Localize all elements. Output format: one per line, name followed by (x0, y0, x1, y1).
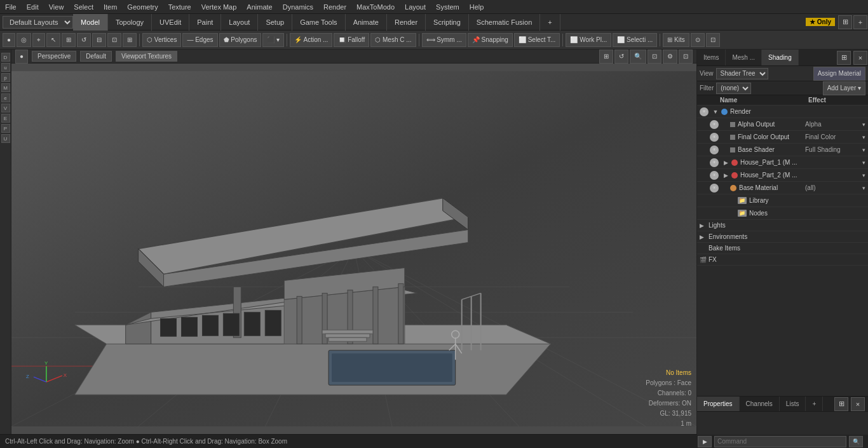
arrow-house1[interactable]: ▶ (721, 158, 730, 167)
sidebar-btn-6[interactable]: V (1, 104, 10, 112)
sidebar-btn-9[interactable]: U (1, 134, 10, 143)
tab-layout[interactable]: Layout (221, 14, 258, 31)
tab-scripting[interactable]: Scripting (426, 14, 469, 31)
tree-row-final-color[interactable]: 👁 Final Color Output Final Color ▾ (697, 131, 868, 144)
arrow-render[interactable]: ▼ (711, 107, 720, 116)
menu-help[interactable]: Help (465, 2, 489, 12)
bp-settings-btn[interactable]: × (851, 397, 865, 411)
eye-alpha-output[interactable]: 👁 (710, 120, 719, 129)
eye-base-material[interactable]: 👁 (710, 184, 719, 193)
tree-row-lights[interactable]: ▶ Lights (697, 220, 868, 231)
tool-poly-mode[interactable]: ⬛ ▾ (262, 33, 284, 47)
eye-house1[interactable]: 👁 (710, 158, 719, 167)
eye-final-color[interactable]: 👁 (710, 133, 719, 142)
tool-lasso[interactable]: ⌖ (32, 33, 45, 47)
tree-row-render[interactable]: 👁 ▼ Render (697, 105, 868, 118)
menu-system[interactable]: System (431, 2, 465, 12)
tab-paint[interactable]: Paint (189, 14, 221, 31)
tab-model[interactable]: Model (73, 14, 108, 31)
menu-item[interactable]: Item (98, 2, 122, 12)
vp-fit-btn[interactable]: ⊞ (599, 50, 613, 64)
vp-viewport-textures[interactable]: Viewport Textures (116, 51, 177, 62)
tree-row-nodes[interactable]: 📁 Nodes (697, 207, 868, 220)
tree-row-fx[interactable]: 🎬 FX (697, 254, 868, 266)
menu-geometry[interactable]: Geometry (122, 2, 163, 12)
menu-animate[interactable]: Animate (241, 2, 277, 12)
vp-settings-btn[interactable]: ⚙ (663, 50, 677, 64)
tool-snap-icon[interactable]: ⊙ (691, 33, 705, 47)
eye-base-shader[interactable]: 👁 (710, 146, 719, 154)
tree-row-library[interactable]: 📁 Library (697, 194, 868, 207)
sidebar-btn-1[interactable]: D (1, 53, 10, 62)
menu-dynamics[interactable]: Dynamics (278, 2, 318, 12)
layout-plus-btn[interactable]: + (853, 15, 867, 29)
vp-expand-btn[interactable]: ⊡ (679, 50, 693, 64)
arrow-house2[interactable]: ▶ (721, 171, 730, 180)
vp-zoom-btn[interactable]: 🔍 (630, 50, 646, 64)
effect-dropdown-house2[interactable]: ▾ (862, 172, 865, 179)
command-arrow-btn[interactable]: ▶ (698, 436, 712, 447)
sidebar-btn-5[interactable]: e (1, 93, 10, 102)
vp-default[interactable]: Default (80, 51, 112, 62)
rp-view-select[interactable]: Shader Tree (716, 68, 768, 79)
sidebar-btn-3[interactable]: p (1, 73, 10, 82)
tool-rotate[interactable]: ↺ (77, 33, 91, 47)
tab-setup[interactable]: Setup (258, 14, 292, 31)
tab-uvedit[interactable]: UVEdit (152, 14, 189, 31)
tool-fullscreen[interactable]: ⊡ (706, 33, 720, 47)
vp-perspective[interactable]: Perspective (32, 51, 76, 62)
tab-topology[interactable]: Topology (108, 14, 152, 31)
eye-render[interactable]: 👁 (700, 107, 709, 116)
rp-tab-mesh[interactable]: Mesh ... (726, 50, 762, 65)
menu-maxtomode[interactable]: MaxToModo (351, 2, 400, 12)
tab-add[interactable]: + (540, 14, 560, 31)
tool-sym[interactable]: ⊟ (92, 33, 106, 47)
bp-tab-lists[interactable]: Lists (780, 397, 806, 411)
menu-layout[interactable]: Layout (400, 2, 431, 12)
tool-edges[interactable]: — Edges (182, 33, 217, 47)
menu-view[interactable]: View (44, 2, 69, 12)
add-layer-btn[interactable]: Add Layer ▾ (823, 81, 865, 95)
rp-tab-items[interactable]: Items (697, 50, 726, 65)
tab-render[interactable]: Render (387, 14, 426, 31)
sidebar-btn-4[interactable]: M (1, 83, 10, 92)
tree-row-bake-items[interactable]: Bake Items (697, 243, 868, 254)
tree-row-base-material[interactable]: 👁 Base Material (all) ▾ (697, 182, 868, 194)
tree-row-environments[interactable]: ▶ Environments (697, 231, 868, 243)
command-search-btn[interactable]: 🔍 (849, 436, 863, 447)
tree-row-house1[interactable]: 👁 ▶ House_Part_1 (M ... ▾ (697, 156, 868, 169)
rp-close-btn[interactable]: × (853, 51, 867, 65)
tool-falloff[interactable]: 🔲 Falloff (334, 33, 369, 47)
tool-globe[interactable]: ◎ (17, 33, 31, 47)
effect-dropdown-final[interactable]: ▾ (862, 134, 865, 140)
tool-work-pl[interactable]: ⬜ Work Pl... (566, 33, 611, 47)
menu-texture[interactable]: Texture (163, 2, 196, 12)
effect-dropdown-house1[interactable]: ▾ (862, 160, 865, 166)
bp-expand-btn[interactable]: ⊞ (834, 397, 848, 411)
menu-vertex-map[interactable]: Vertex Map (196, 2, 242, 12)
tool-selecti[interactable]: ⬜ Selecti ... (613, 33, 657, 47)
tool-cursor[interactable]: ↖ (46, 33, 60, 47)
effect-dropdown-alpha[interactable]: ▾ (862, 121, 865, 128)
tool-action[interactable]: ⚡ Action ... (290, 33, 332, 47)
menu-edit[interactable]: Edit (22, 2, 44, 12)
rp-expand-btn[interactable]: ⊞ (837, 51, 851, 65)
bp-tab-channels[interactable]: Channels (740, 397, 780, 411)
tool-mirror[interactable]: ⊡ (107, 33, 121, 47)
tool-kits[interactable]: ⊞ Kits (663, 33, 689, 47)
tool-mesh[interactable]: ⬡ Mesh C ... (370, 33, 416, 47)
tool-transform[interactable]: ⊞ (62, 33, 76, 47)
assign-material-btn[interactable]: Assign Material (813, 67, 865, 81)
tab-schematic-fusion[interactable]: Schematic Fusion (469, 14, 540, 31)
sidebar-btn-8[interactable]: P (1, 124, 10, 133)
effect-dropdown-base-material[interactable]: ▾ (862, 185, 865, 191)
effect-dropdown-base[interactable]: ▾ (862, 147, 865, 153)
bp-tab-add[interactable]: + (806, 397, 823, 411)
vp-rotate-btn[interactable]: ↺ (614, 50, 628, 64)
menu-select[interactable]: Select (69, 2, 98, 12)
rp-tab-shading[interactable]: Shading (762, 50, 799, 65)
tool-mode2[interactable]: ⊞ (123, 33, 137, 47)
tree-row-alpha-output[interactable]: 👁 Alpha Output Alpha ▾ (697, 118, 868, 131)
bp-tab-properties[interactable]: Properties (697, 397, 740, 411)
layout-settings-btn[interactable]: ⊞ (838, 15, 852, 29)
